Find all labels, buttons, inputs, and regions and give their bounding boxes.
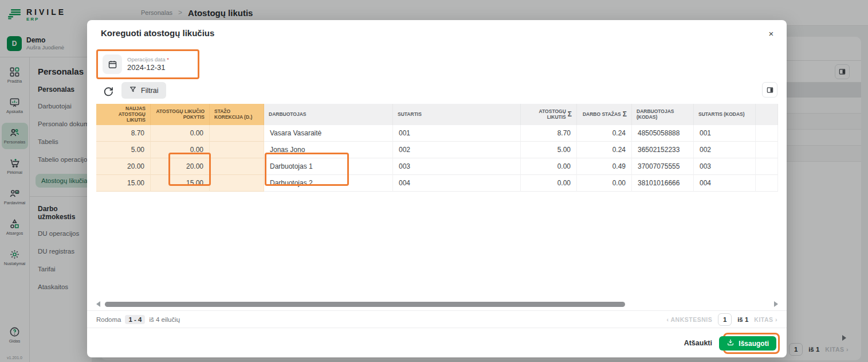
chevron-left-icon: ‹ [666, 316, 669, 323]
column-header-sta-o-korekcija-d: STAŽO KOREKCIJA (D.) [210, 104, 264, 125]
column-header-label: SUTARTIS (KODAS) [698, 111, 751, 117]
cell-naujas-atostog-likutis-row-1[interactable]: 8.70 [96, 125, 151, 142]
column-header-label: DARBUOTOJAS [269, 111, 388, 117]
cancel-button[interactable]: Atšaukti [684, 339, 712, 347]
cell-atostog-likutis-row-1: 8.70 [521, 125, 577, 142]
modal-koreguoti-atostogu-likucius: Koreguoti atostogų likučius × Operacijos… [87, 20, 787, 357]
pagination: ‹ ANKSTESNIS 1 iš 1 KITAS › [666, 313, 777, 326]
vacation-balance-table: NAUJAS ATOSTOGŲ LIKUTISATOSTOGŲ LIKUČIO … [96, 104, 778, 192]
scrollbar-thumb[interactable] [105, 302, 625, 307]
cell-atostog-liku-io-pokytis-row-1[interactable]: 0.00 [151, 125, 210, 142]
columns-toggle-button[interactable] [762, 82, 777, 98]
cell-darbuotojas-row-3: Darbuotojas 1 [264, 158, 393, 175]
column-header-naujas-atostog-likutis: NAUJAS ATOSTOGŲ LIKUTIS [96, 104, 151, 125]
previous-page-button[interactable]: ‹ ANKSTESNIS [666, 316, 712, 323]
cell-naujas-atostog-likutis-row-2[interactable]: 5.00 [96, 142, 151, 158]
screen: Personalas > Atostogų likutis RIVILE ERP… [0, 0, 868, 362]
date-field-value: 2024-12-31 [127, 63, 169, 73]
cell-sta-o-korekcija-d-row-3[interactable] [210, 158, 264, 175]
cell-darbo-sta-as-row-1: 0.24 [577, 125, 632, 142]
cell-darbuotojas-row-2: Jonas Jono [264, 142, 393, 158]
chevron-right-icon: › [775, 316, 777, 323]
scrollbar-track[interactable] [104, 302, 771, 307]
cell-atostog-likutis-row-3: 0.00 [521, 158, 577, 175]
cell-sutartis-row-3: 003 [393, 158, 521, 175]
horizontal-scrollbar[interactable] [96, 301, 778, 307]
filters-button-label: Filtrai [141, 87, 159, 95]
cell-darbuotojas-row-1: Vasara Vasaraitė [264, 125, 393, 142]
cell-sta-o-korekcija-d-row-4[interactable] [210, 175, 264, 192]
cell-naujas-atostog-likutis-row-3[interactable]: 20.00 [96, 158, 151, 175]
column-header-label: SUTARTIS [398, 111, 516, 117]
scroll-right-icon[interactable] [774, 301, 778, 307]
cell-atostog-liku-io-pokytis-row-4[interactable]: 15.00 [151, 175, 210, 192]
column-header-label: STAŽO KOREKCIJA (D.) [214, 108, 259, 120]
cell-darbo-sta-as-row-4: 0.00 [577, 175, 632, 192]
scroll-left-icon[interactable] [96, 301, 100, 307]
cell-atostog-liku-io-pokytis-row-3[interactable]: 20.00 [151, 158, 210, 175]
next-page-button[interactable]: KITAS › [754, 316, 777, 323]
column-header-sutartis: SUTARTIS [393, 104, 521, 125]
operation-date-field[interactable]: Operacijos data * 2024-12-31 [96, 49, 199, 79]
filters-button[interactable]: Filtrai [121, 82, 166, 99]
refresh-icon[interactable] [103, 86, 115, 99]
cell-darbuotojas-kodas-row-3: 37007075555 [632, 158, 694, 175]
showing-label: Rodoma [96, 316, 121, 323]
cell-sutartis-kodas-row-1: 001 [694, 125, 756, 142]
close-icon[interactable]: × [765, 27, 777, 40]
table-footer: Rodoma 1 - 4 iš 4 eilučių ‹ ANKSTESNIS 1… [87, 310, 787, 328]
cell-atostog-liku-io-pokytis-row-2[interactable]: 0.00 [151, 142, 210, 158]
cell-item-row-1 [756, 125, 778, 142]
cell-atostog-likutis-row-2: 5.00 [521, 142, 577, 158]
table-row-3: 20.0020.00Darbuotojas 10030.000.49370070… [96, 158, 778, 175]
cell-item-row-4 [756, 175, 778, 192]
cell-naujas-atostog-likutis-row-4[interactable]: 15.00 [96, 175, 151, 192]
cell-sutartis-kodas-row-2: 002 [694, 142, 756, 158]
column-header-atostog-likutis: ATOSTOGŲ LIKUTISΣ [521, 104, 577, 125]
column-header-label: ATOSTOGŲ LIKUTIS [525, 108, 566, 120]
cell-sta-o-korekcija-d-row-1[interactable] [210, 125, 264, 142]
date-field-label: Operacijos data [127, 56, 166, 63]
cell-darbuotojas-row-4: Darbuotojas 2 [264, 175, 393, 192]
cell-darbo-sta-as-row-2: 0.24 [577, 142, 632, 158]
required-asterisk: * [167, 56, 169, 63]
cell-item-row-2 [756, 142, 778, 158]
column-header-item [756, 104, 778, 125]
cell-sutartis-row-1: 001 [393, 125, 521, 142]
column-header-sutartis-kodas: SUTARTIS (KODAS) [694, 104, 756, 125]
column-header-label: DARBUOTOJAS (KODAS) [637, 108, 689, 120]
sigma-sum-icon[interactable]: Σ [623, 110, 627, 118]
cell-sutartis-row-2: 002 [393, 142, 521, 158]
save-button[interactable]: Išsaugoti [719, 336, 776, 351]
column-header-label: ATOSTOGŲ LIKUČIO POKYTIS [155, 108, 205, 120]
column-header-darbuotojas: DARBUOTOJAS [264, 104, 393, 125]
cell-sta-o-korekcija-d-row-2[interactable] [210, 142, 264, 158]
page-of-label: iš 1 [737, 316, 748, 323]
save-button-label: Išsaugoti [739, 340, 769, 348]
rows-range-badge: 1 - 4 [125, 315, 145, 324]
page-number-box[interactable]: 1 [718, 313, 732, 326]
cell-sutartis-row-4: 004 [393, 175, 521, 192]
cell-darbo-sta-as-row-3: 0.49 [577, 158, 632, 175]
save-icon [726, 338, 735, 348]
column-header-atostog-liku-io-pokytis: ATOSTOGŲ LIKUČIO POKYTIS [151, 104, 210, 125]
modal-actions: Atšaukti [87, 328, 787, 357]
cell-darbuotojas-kodas-row-2: 36502152233 [632, 142, 694, 158]
table-row-2: 5.000.00Jonas Jono0025.000.2436502152233… [96, 142, 778, 158]
calendar-icon[interactable] [103, 55, 122, 74]
cell-atostog-likutis-row-4: 0.00 [521, 175, 577, 192]
table-row-1: 8.700.00Vasara Vasaraitė0018.700.2448505… [96, 125, 778, 142]
column-header-label: NAUJAS ATOSTOGŲ LIKUTIS [101, 106, 146, 123]
funnel-icon [129, 85, 137, 95]
column-header-label: DARBO STAŽAS [582, 111, 621, 117]
cell-item-row-3 [756, 158, 778, 175]
column-header-darbuotojas-kodas: DARBUOTOJAS (KODAS) [632, 104, 694, 125]
column-header-darbo-sta-as: DARBO STAŽASΣ [577, 104, 632, 125]
sigma-sum-icon[interactable]: Σ [568, 110, 572, 118]
table-header-row: NAUJAS ATOSTOGŲ LIKUTISATOSTOGŲ LIKUČIO … [96, 104, 778, 125]
cell-darbuotojas-kodas-row-4: 38101016666 [632, 175, 694, 192]
cell-darbuotojas-kodas-row-1: 48505058888 [632, 125, 694, 142]
cell-sutartis-kodas-row-4: 004 [694, 175, 756, 192]
cell-sutartis-kodas-row-3: 003 [694, 158, 756, 175]
table-row-4: 15.0015.00Darbuotojas 20040.000.00381010… [96, 175, 778, 192]
